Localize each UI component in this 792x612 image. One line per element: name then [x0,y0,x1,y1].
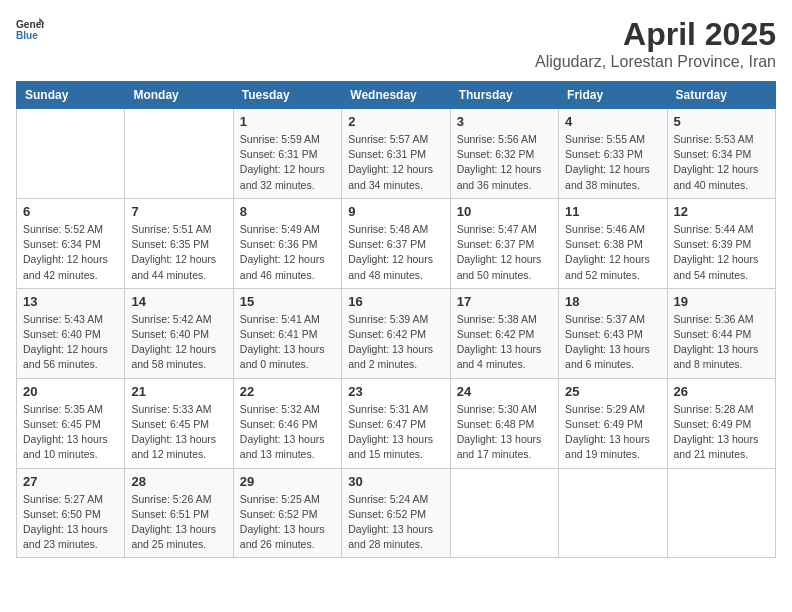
empty-cell [667,468,775,558]
empty-cell [450,468,558,558]
day-cell-22: 22Sunrise: 5:32 AMSunset: 6:46 PMDayligh… [233,378,341,468]
day-info: Sunrise: 5:29 AMSunset: 6:49 PMDaylight:… [565,402,660,463]
day-info: Sunrise: 5:30 AMSunset: 6:48 PMDaylight:… [457,402,552,463]
header-day-saturday: Saturday [667,82,775,109]
day-info: Sunrise: 5:25 AMSunset: 6:52 PMDaylight:… [240,492,335,553]
calendar-subtitle: Aligudarz, Lorestan Province, Iran [535,53,776,71]
week-row-1: 1Sunrise: 5:59 AMSunset: 6:31 PMDaylight… [17,109,776,199]
day-number: 17 [457,294,552,309]
day-cell-8: 8Sunrise: 5:49 AMSunset: 6:36 PMDaylight… [233,198,341,288]
day-cell-20: 20Sunrise: 5:35 AMSunset: 6:45 PMDayligh… [17,378,125,468]
day-number: 23 [348,384,443,399]
day-info: Sunrise: 5:42 AMSunset: 6:40 PMDaylight:… [131,312,226,373]
day-info: Sunrise: 5:51 AMSunset: 6:35 PMDaylight:… [131,222,226,283]
header-day-thursday: Thursday [450,82,558,109]
day-cell-26: 26Sunrise: 5:28 AMSunset: 6:49 PMDayligh… [667,378,775,468]
day-number: 4 [565,114,660,129]
day-info: Sunrise: 5:26 AMSunset: 6:51 PMDaylight:… [131,492,226,553]
day-cell-27: 27Sunrise: 5:27 AMSunset: 6:50 PMDayligh… [17,468,125,558]
day-cell-12: 12Sunrise: 5:44 AMSunset: 6:39 PMDayligh… [667,198,775,288]
day-info: Sunrise: 5:44 AMSunset: 6:39 PMDaylight:… [674,222,769,283]
day-number: 28 [131,474,226,489]
week-row-4: 20Sunrise: 5:35 AMSunset: 6:45 PMDayligh… [17,378,776,468]
header-day-tuesday: Tuesday [233,82,341,109]
day-info: Sunrise: 5:55 AMSunset: 6:33 PMDaylight:… [565,132,660,193]
day-cell-4: 4Sunrise: 5:55 AMSunset: 6:33 PMDaylight… [559,109,667,199]
day-number: 14 [131,294,226,309]
day-cell-11: 11Sunrise: 5:46 AMSunset: 6:38 PMDayligh… [559,198,667,288]
day-cell-15: 15Sunrise: 5:41 AMSunset: 6:41 PMDayligh… [233,288,341,378]
day-number: 10 [457,204,552,219]
week-row-2: 6Sunrise: 5:52 AMSunset: 6:34 PMDaylight… [17,198,776,288]
day-cell-3: 3Sunrise: 5:56 AMSunset: 6:32 PMDaylight… [450,109,558,199]
day-cell-13: 13Sunrise: 5:43 AMSunset: 6:40 PMDayligh… [17,288,125,378]
svg-text:Blue: Blue [16,30,38,41]
header-day-monday: Monday [125,82,233,109]
day-number: 9 [348,204,443,219]
day-number: 8 [240,204,335,219]
day-info: Sunrise: 5:31 AMSunset: 6:47 PMDaylight:… [348,402,443,463]
day-number: 16 [348,294,443,309]
calendar-table: SundayMondayTuesdayWednesdayThursdayFrid… [16,81,776,558]
day-number: 5 [674,114,769,129]
day-cell-5: 5Sunrise: 5:53 AMSunset: 6:34 PMDaylight… [667,109,775,199]
day-info: Sunrise: 5:24 AMSunset: 6:52 PMDaylight:… [348,492,443,553]
week-row-5: 27Sunrise: 5:27 AMSunset: 6:50 PMDayligh… [17,468,776,558]
day-info: Sunrise: 5:52 AMSunset: 6:34 PMDaylight:… [23,222,118,283]
day-info: Sunrise: 5:48 AMSunset: 6:37 PMDaylight:… [348,222,443,283]
day-cell-19: 19Sunrise: 5:36 AMSunset: 6:44 PMDayligh… [667,288,775,378]
day-number: 24 [457,384,552,399]
day-cell-10: 10Sunrise: 5:47 AMSunset: 6:37 PMDayligh… [450,198,558,288]
day-info: Sunrise: 5:38 AMSunset: 6:42 PMDaylight:… [457,312,552,373]
day-number: 7 [131,204,226,219]
empty-cell [125,109,233,199]
day-info: Sunrise: 5:27 AMSunset: 6:50 PMDaylight:… [23,492,118,553]
day-cell-30: 30Sunrise: 5:24 AMSunset: 6:52 PMDayligh… [342,468,450,558]
day-number: 13 [23,294,118,309]
empty-cell [17,109,125,199]
week-row-3: 13Sunrise: 5:43 AMSunset: 6:40 PMDayligh… [17,288,776,378]
day-cell-29: 29Sunrise: 5:25 AMSunset: 6:52 PMDayligh… [233,468,341,558]
day-cell-17: 17Sunrise: 5:38 AMSunset: 6:42 PMDayligh… [450,288,558,378]
day-cell-28: 28Sunrise: 5:26 AMSunset: 6:51 PMDayligh… [125,468,233,558]
day-number: 22 [240,384,335,399]
day-number: 3 [457,114,552,129]
day-cell-6: 6Sunrise: 5:52 AMSunset: 6:34 PMDaylight… [17,198,125,288]
day-number: 2 [348,114,443,129]
day-info: Sunrise: 5:53 AMSunset: 6:34 PMDaylight:… [674,132,769,193]
day-cell-21: 21Sunrise: 5:33 AMSunset: 6:45 PMDayligh… [125,378,233,468]
day-number: 1 [240,114,335,129]
day-number: 26 [674,384,769,399]
day-info: Sunrise: 5:59 AMSunset: 6:31 PMDaylight:… [240,132,335,193]
day-cell-18: 18Sunrise: 5:37 AMSunset: 6:43 PMDayligh… [559,288,667,378]
day-info: Sunrise: 5:49 AMSunset: 6:36 PMDaylight:… [240,222,335,283]
day-number: 11 [565,204,660,219]
day-number: 6 [23,204,118,219]
day-cell-14: 14Sunrise: 5:42 AMSunset: 6:40 PMDayligh… [125,288,233,378]
day-info: Sunrise: 5:41 AMSunset: 6:41 PMDaylight:… [240,312,335,373]
day-info: Sunrise: 5:47 AMSunset: 6:37 PMDaylight:… [457,222,552,283]
day-info: Sunrise: 5:56 AMSunset: 6:32 PMDaylight:… [457,132,552,193]
day-info: Sunrise: 5:39 AMSunset: 6:42 PMDaylight:… [348,312,443,373]
day-number: 20 [23,384,118,399]
day-info: Sunrise: 5:36 AMSunset: 6:44 PMDaylight:… [674,312,769,373]
day-number: 12 [674,204,769,219]
day-info: Sunrise: 5:46 AMSunset: 6:38 PMDaylight:… [565,222,660,283]
day-info: Sunrise: 5:57 AMSunset: 6:31 PMDaylight:… [348,132,443,193]
header: General Blue April 2025 Aligudarz, Lores… [16,16,776,71]
header-row: SundayMondayTuesdayWednesdayThursdayFrid… [17,82,776,109]
header-day-sunday: Sunday [17,82,125,109]
title-area: April 2025 Aligudarz, Lorestan Province,… [535,16,776,71]
day-number: 27 [23,474,118,489]
day-number: 21 [131,384,226,399]
day-info: Sunrise: 5:32 AMSunset: 6:46 PMDaylight:… [240,402,335,463]
day-number: 29 [240,474,335,489]
day-info: Sunrise: 5:28 AMSunset: 6:49 PMDaylight:… [674,402,769,463]
day-cell-7: 7Sunrise: 5:51 AMSunset: 6:35 PMDaylight… [125,198,233,288]
logo-icon: General Blue [16,16,44,44]
day-cell-1: 1Sunrise: 5:59 AMSunset: 6:31 PMDaylight… [233,109,341,199]
day-number: 19 [674,294,769,309]
day-cell-2: 2Sunrise: 5:57 AMSunset: 6:31 PMDaylight… [342,109,450,199]
day-cell-25: 25Sunrise: 5:29 AMSunset: 6:49 PMDayligh… [559,378,667,468]
header-day-friday: Friday [559,82,667,109]
